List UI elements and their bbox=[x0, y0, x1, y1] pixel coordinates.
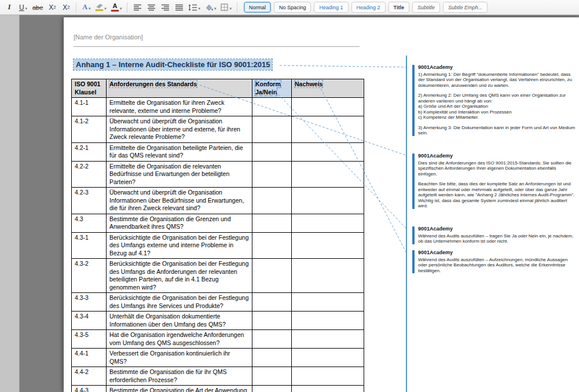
clause-cell[interactable]: 4.1-1 bbox=[72, 98, 107, 116]
subscript-button[interactable]: X2 bbox=[46, 2, 58, 13]
font-color-button[interactable]: A bbox=[109, 2, 124, 13]
header-konform[interactable]: Konform Ja/Nein bbox=[252, 79, 292, 98]
comment-author: 9001Academy bbox=[418, 153, 576, 159]
nachweis-cell[interactable] bbox=[292, 386, 364, 392]
comment[interactable]: 9001Academy 1) Anmerkung 1: Der Begriff … bbox=[412, 65, 576, 136]
comment-accent-bar bbox=[412, 65, 415, 136]
clause-cell[interactable]: 4.1-2 bbox=[72, 116, 107, 143]
clause-cell[interactable]: 4.2-2 bbox=[72, 161, 107, 188]
table-row: 4.3-2 Berücksichtigte die Organisation b… bbox=[72, 259, 364, 293]
text-effects-button[interactable]: A bbox=[80, 2, 93, 13]
requirement-cell[interactable]: Bestimmte die Organisation die für ihr Q… bbox=[107, 367, 252, 386]
header-anforderungen[interactable]: Anforderungen des Standards bbox=[107, 79, 252, 98]
clause-cell[interactable]: 4.3-5 bbox=[72, 330, 107, 349]
requirement-cell[interactable]: Hat die Organisation irgendwelche Anford… bbox=[107, 330, 252, 349]
italic-button[interactable]: I bbox=[3, 2, 16, 13]
subscript-digit: 2 bbox=[53, 5, 56, 10]
style-chip-no-spacing[interactable]: No Spacing bbox=[274, 2, 312, 13]
clause-cell[interactable]: 4.3-3 bbox=[72, 293, 107, 312]
paint-bucket-icon bbox=[205, 4, 213, 11]
clause-cell[interactable]: 4.4-3 bbox=[72, 386, 107, 392]
nachweis-cell[interactable] bbox=[292, 293, 364, 312]
audit-table-body: 4.1-1 Ermittelte die Organisation für ih… bbox=[72, 98, 364, 392]
table-row: 4.2-1 Ermittelte die Organisation beteil… bbox=[72, 142, 364, 161]
clause-cell[interactable]: 4.3 bbox=[72, 214, 107, 232]
nachweis-cell[interactable] bbox=[292, 142, 364, 161]
konform-cell[interactable] bbox=[252, 142, 292, 161]
line-spacing-button[interactable] bbox=[186, 2, 202, 13]
underline-button[interactable]: U bbox=[17, 2, 30, 13]
document-heading[interactable]: Anhang 1 – Interne Audit-Checkliste für … bbox=[74, 59, 272, 70]
nachweis-cell[interactable] bbox=[292, 259, 364, 293]
clause-cell[interactable]: 4.2-1 bbox=[72, 142, 107, 161]
nachweis-cell[interactable] bbox=[292, 349, 364, 367]
nachweis-cell[interactable] bbox=[292, 116, 364, 143]
nachweis-cell[interactable] bbox=[292, 232, 364, 259]
style-chip-normal[interactable]: Normal bbox=[244, 2, 271, 13]
nachweis-cell[interactable] bbox=[292, 188, 364, 214]
clause-cell[interactable]: 4.2-3 bbox=[72, 188, 107, 214]
table-row: 4.3-3 Berücksichtigte die Organisation b… bbox=[72, 293, 364, 312]
konform-cell[interactable] bbox=[252, 161, 292, 188]
shading-button[interactable] bbox=[203, 2, 218, 13]
clause-cell[interactable]: 4.3-4 bbox=[72, 312, 107, 330]
nachweis-cell[interactable] bbox=[292, 98, 364, 116]
nachweis-cell[interactable] bbox=[292, 161, 364, 188]
align-left-button[interactable] bbox=[131, 2, 144, 13]
requirement-cell[interactable]: Überwacht und überprüft die Organisation… bbox=[107, 188, 252, 214]
konform-cell[interactable] bbox=[252, 386, 292, 392]
heading-selected-text[interactable]: Anhang 1 – Interne Audit-Checkliste für … bbox=[74, 59, 272, 70]
header-nachweis[interactable]: Nachweis bbox=[292, 79, 364, 98]
style-chip-heading-1[interactable]: Heading 1 bbox=[314, 2, 348, 13]
requirement-cell[interactable]: Verbessert die Organisation kontinuierli… bbox=[107, 349, 252, 367]
clause-cell[interactable]: 4.4-2 bbox=[72, 367, 107, 386]
konform-cell[interactable] bbox=[252, 232, 292, 259]
highlight-button[interactable] bbox=[94, 2, 108, 13]
requirement-cell[interactable]: Berücksichtigte die Organisation bei der… bbox=[107, 293, 252, 312]
requirement-cell[interactable]: Berücksichtigte die Organisation bei der… bbox=[107, 259, 252, 293]
requirement-cell[interactable]: Ermittelte die Organisation beteiligte P… bbox=[107, 142, 252, 161]
clause-cell[interactable]: 4.3-2 bbox=[72, 259, 107, 293]
requirement-cell[interactable]: Berücksichtigte die Organisation bei der… bbox=[107, 232, 252, 259]
borders-button[interactable] bbox=[219, 2, 233, 13]
clause-cell[interactable]: 4.3-1 bbox=[72, 232, 107, 259]
align-right-button[interactable] bbox=[159, 2, 171, 13]
comment[interactable]: 9001Academy Dies sind die Anforderungen … bbox=[412, 153, 576, 209]
organisation-name-placeholder[interactable]: [Name der Organisation] bbox=[74, 34, 360, 47]
align-justify-button[interactable] bbox=[173, 2, 185, 13]
style-chip-title[interactable]: Title bbox=[389, 2, 409, 13]
requirement-cell[interactable]: Bestimmte die Organisation die Art der A… bbox=[107, 386, 252, 392]
requirement-cell[interactable]: Überwacht und überprüft die Organisation… bbox=[107, 116, 252, 143]
align-center-button[interactable] bbox=[145, 2, 157, 13]
comment[interactable]: 9001Academy Während des Audits auszufüll… bbox=[412, 250, 576, 273]
style-chip-subtle-emph-[interactable]: Subtle Emph... bbox=[443, 2, 488, 13]
nachweis-cell[interactable] bbox=[292, 312, 364, 330]
konform-cell[interactable] bbox=[252, 116, 292, 143]
header-iso-klausel[interactable]: ISO 9001 Klausel bbox=[72, 79, 107, 98]
requirement-cell[interactable]: Bestimmte die Organisation die Grenzen u… bbox=[107, 214, 252, 232]
konform-cell[interactable] bbox=[252, 188, 292, 214]
requirement-cell[interactable]: Ermittelte die Organisation die relevant… bbox=[107, 161, 252, 188]
nachweis-cell[interactable] bbox=[292, 214, 364, 232]
nachweis-cell[interactable] bbox=[292, 367, 364, 386]
requirement-cell[interactable]: Unterhält die Organisation dokumentierte… bbox=[107, 312, 252, 330]
superscript-button[interactable]: X2 bbox=[60, 2, 72, 13]
clause-cell[interactable]: 4.4-1 bbox=[72, 349, 107, 367]
konform-cell[interactable] bbox=[252, 367, 292, 386]
left-pane-strip[interactable] bbox=[0, 15, 20, 392]
konform-cell[interactable] bbox=[252, 349, 292, 367]
style-chip-heading-2[interactable]: Heading 2 bbox=[351, 2, 386, 13]
konform-cell[interactable] bbox=[252, 259, 292, 293]
strikethrough-button[interactable]: abe bbox=[31, 2, 45, 13]
comment[interactable]: 9001Academy Während des Audits auszufüll… bbox=[412, 226, 576, 244]
borders-icon bbox=[221, 3, 228, 11]
konform-cell[interactable] bbox=[252, 98, 292, 116]
konform-cell[interactable] bbox=[252, 214, 292, 232]
konform-cell[interactable] bbox=[252, 330, 292, 349]
konform-cell[interactable] bbox=[252, 312, 292, 330]
requirement-cell[interactable]: Ermittelte die Organisation für ihren Zw… bbox=[107, 98, 252, 116]
konform-cell[interactable] bbox=[252, 293, 292, 312]
style-chip-subtitle[interactable]: Subtitle bbox=[412, 2, 440, 13]
nachweis-cell[interactable] bbox=[292, 330, 364, 349]
align-center-icon bbox=[148, 4, 155, 11]
